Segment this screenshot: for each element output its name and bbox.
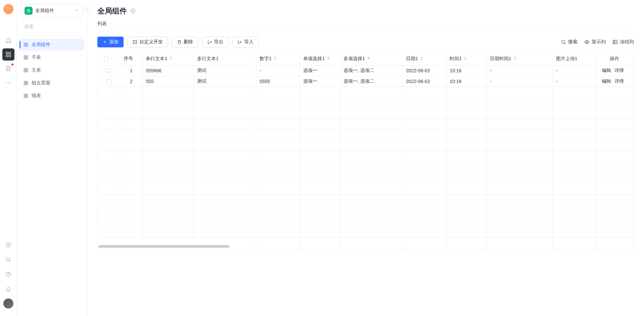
svg-rect-1 [9,52,10,54]
toolbar: 添加 自定义开发 删除 导出 导入 搜索 [87,37,644,52]
svg-rect-31 [24,96,26,97]
freeze-link[interactable]: 冻结列 [612,39,634,45]
th-multi-text[interactable]: 多行文本1 [194,52,256,65]
svg-rect-13 [24,43,26,44]
th-seq[interactable]: 序号 [120,52,142,65]
freeze-icon [612,39,618,45]
sort-icon[interactable] [169,56,173,62]
th-time[interactable]: 时间1 [446,52,487,65]
detail-link[interactable]: 详情 [614,78,624,84]
sidebar-search-input[interactable] [24,24,83,29]
workspace-selector[interactable]: 全 全局组件 [21,4,83,17]
page-title: 全局组件 [97,6,127,16]
th-datetime[interactable]: 日期时间1 [486,52,552,65]
custom-dev-button[interactable]: 自定义开发 [128,37,168,47]
table-row-empty [98,194,634,205]
code-icon [133,40,137,44]
add-button[interactable]: 添加 [97,37,124,47]
import-label: 导入 [244,39,254,45]
th-single-text[interactable]: 单行文本1 [142,52,194,65]
sub-title: 列表 [87,19,644,32]
th-multi-select[interactable]: 多项选择1 [340,52,403,65]
svg-rect-17 [24,56,26,57]
search-link[interactable]: 搜索 [561,39,578,45]
cell-time: 10:16 [446,76,487,87]
edit-link[interactable]: 编辑 [602,78,611,84]
row-checkbox[interactable] [106,79,111,84]
edit-link[interactable]: 编辑 [602,68,611,73]
svg-point-12 [21,26,21,27]
sidebar-divider [21,36,83,36]
svg-rect-22 [26,69,28,70]
nav-item-report[interactable]: 报表 [19,90,84,102]
block-icon [24,93,28,98]
delete-button[interactable]: 删除 [172,37,198,47]
header-divider [97,32,634,32]
th-ops: 操作 [595,52,634,65]
add-circle-icon[interactable] [2,239,14,250]
filter-icon[interactable] [367,56,370,62]
nav-item-subtable[interactable]: 子表 [19,51,84,64]
more-icon[interactable] [2,77,14,89]
user-avatar[interactable] [3,299,13,309]
table-row-empty [98,162,634,173]
forms-badge [11,63,14,66]
svg-rect-25 [24,81,26,83]
row-checkbox[interactable] [106,69,111,73]
nav-item-maintable[interactable]: 主表 [19,64,84,76]
cell-date: 2022-06-02 [403,76,446,87]
import-button[interactable]: 导入 [232,37,259,47]
svg-rect-19 [24,58,26,59]
detail-link[interactable]: 详情 [614,68,624,73]
table-row-empty [98,216,634,227]
filter-icon[interactable] [327,56,330,62]
home-icon[interactable] [2,34,14,46]
workspace-badge: 全 [25,7,33,15]
search-icon [561,39,566,45]
svg-rect-30 [26,94,28,95]
export-button[interactable]: 导出 [202,37,228,47]
chevron-down-icon[interactable] [110,56,113,62]
svg-point-5 [6,82,7,83]
search-icon[interactable] [2,254,14,265]
gear-icon[interactable] [130,8,136,14]
svg-rect-26 [26,81,28,83]
cell-single-text: 555 [142,76,194,87]
table-row[interactable]: 2555测试5555选项一选项一, 选项二2022-06-0210:16--编辑… [98,76,634,87]
cell-multi-text: 测试 [194,76,256,87]
sidebar-search[interactable] [21,21,83,32]
table-row[interactable]: 1555666测试-选项一选项一, 选项二2022-06-0210:16--编辑… [98,65,634,76]
svg-point-6 [8,82,8,83]
th-single-select[interactable]: 单项选择1 [300,52,340,65]
import-icon [237,40,242,44]
sort-icon[interactable] [464,56,467,62]
svg-rect-29 [24,94,26,95]
app-logo [3,4,13,14]
svg-rect-14 [26,43,28,44]
columns-link[interactable]: 显示列 [584,39,606,45]
table-row-empty [98,184,634,194]
block-icon [24,42,28,47]
horizontal-scrollbar[interactable] [98,245,229,248]
th-checkbox[interactable] [98,52,120,65]
apps-icon[interactable] [2,48,14,61]
sort-icon[interactable] [274,56,277,62]
data-table: 序号 单行文本1 多行文本1 数字1 单项选择1 多项选择1 日期1 时间1 日… [97,52,634,248]
collapse-sidebar-button[interactable] [83,6,91,13]
table-row-empty [98,173,634,184]
sort-icon[interactable] [513,56,517,62]
th-image[interactable]: 图片上传1 [552,52,595,65]
sidebar-panel: 全 全局组件 全局组件 子表 主表 组合页面 报表 [17,0,87,316]
svg-rect-18 [26,56,28,57]
nav-item-global-components[interactable]: 全局组件 [19,39,84,51]
sort-icon[interactable] [420,56,423,62]
cell-multi-select: 选项一, 选项二 [340,76,403,87]
checkbox-all[interactable] [104,57,109,62]
bell-icon[interactable] [2,284,14,294]
th-number[interactable]: 数字1 [256,52,300,65]
forms-icon[interactable] [2,63,14,75]
left-rail [0,0,17,316]
th-date[interactable]: 日期1 [403,52,446,65]
nav-item-compose-page[interactable]: 组合页面 [19,77,84,89]
help-icon[interactable] [2,269,14,280]
